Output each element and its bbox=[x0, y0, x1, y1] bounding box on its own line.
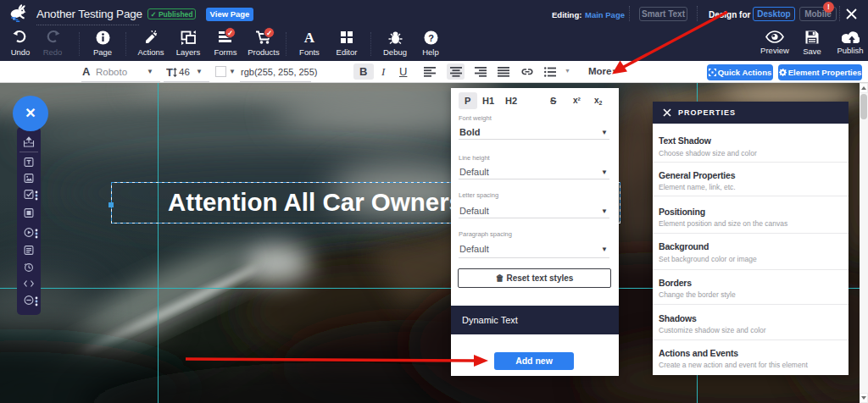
svg-text:T: T bbox=[166, 67, 173, 78]
svg-text:A: A bbox=[304, 30, 315, 45]
svg-text:?: ? bbox=[428, 33, 434, 43]
